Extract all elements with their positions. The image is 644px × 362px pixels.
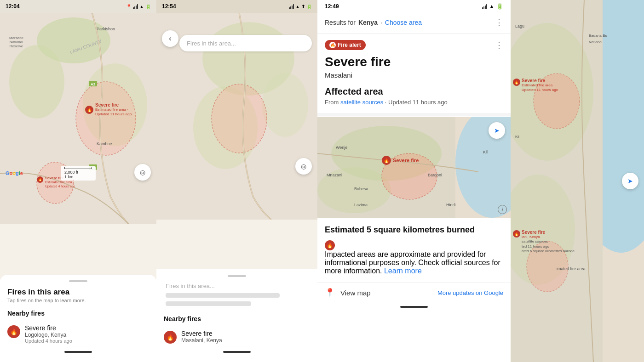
affected-section: Affected area — [325, 86, 503, 97]
back-button-2[interactable]: ‹ — [162, 30, 178, 47]
source-prefix: From — [325, 99, 339, 106]
search-bar-2[interactable]: Fires in this area... — [179, 35, 312, 51]
panel3-map[interactable]: Wenje Mnazani Bubesa Lazima Bargoni Hind… — [317, 117, 511, 218]
badge-text: Fire alert — [338, 42, 361, 48]
nearby-label-1: Nearby fires — [7, 310, 149, 317]
svg-text:Wenje: Wenje — [336, 145, 347, 150]
signal-icon — [133, 4, 138, 9]
panel-3: 12:49 ▲ 🔋 Results for Kenya · Choose are… — [317, 0, 644, 362]
wifi-icon-3: ▲ — [489, 3, 494, 10]
location-icon: 📍 — [126, 4, 132, 9]
estimated-area-label: imated fire area — [557, 266, 586, 271]
skeleton-1 — [166, 293, 280, 298]
status-icons-3: ▲ 🔋 — [482, 3, 503, 10]
svg-text:Bubesa: Bubesa — [354, 187, 368, 191]
skeleton-2 — [166, 301, 251, 306]
signal-icon-2 — [289, 4, 294, 9]
search-text-2: Fires in this area... — [187, 40, 236, 47]
status-icons-2: ▲ ⬆ 🔋 — [289, 4, 312, 9]
panel-2: 12:54 ▲ ⬆ 🔋 ‹ Fires in this area... ◎ — [156, 0, 317, 362]
detail-fire-marker[interactable]: 🔥 Severe fire — [382, 156, 419, 165]
svg-point-14 — [212, 84, 267, 153]
map-1[interactable]: A2 A2 MarsabitNationalReserve Parkishon … — [0, 13, 156, 275]
fire-icon-2 — [164, 331, 177, 344]
info-title: Estimated 5 square kilometres burned — [325, 225, 503, 235]
learn-more-link[interactable]: Learn more — [384, 267, 422, 275]
status-bar-3: 12:49 ▲ 🔋 — [317, 0, 511, 13]
info-section: Estimated 5 square kilometres burned 🔥 I… — [317, 218, 511, 283]
fires-in-area-text: Fires in this area... — [166, 283, 308, 289]
fire-details-1: Severe fire Logologo, Kenya Updated 4 ho… — [25, 324, 72, 344]
results-line: Results for Kenya · Choose area ⋮ — [325, 17, 503, 28]
google-logo-1: Google — [6, 170, 23, 176]
time-3: 12:49 — [325, 3, 339, 10]
right-map-fire-1[interactable]: 🔥 Severe fire Estimated fire area ·Updat… — [513, 78, 558, 93]
wifi-icon: ▲ — [139, 4, 144, 9]
svg-point-13 — [262, 73, 308, 137]
view-map-row[interactable]: 📍 View map More updates on Google — [317, 283, 511, 302]
svg-text:A2: A2 — [91, 82, 96, 86]
svg-text:National: National — [589, 40, 603, 44]
location-button-1[interactable]: ◎ — [134, 164, 151, 181]
more-menu-card[interactable]: ⋮ — [495, 40, 503, 50]
svg-text:Kil: Kil — [515, 135, 519, 139]
parkishon-label: Parkishon — [97, 27, 115, 31]
bottom-sheet-2: Fires in this area... Nearby fires Sever… — [156, 269, 317, 362]
status-bar-2: 12:54 ▲ ⬆ 🔋 — [156, 0, 317, 13]
status-bar-1: 12:04 📍 ▲ 🔋 — [0, 0, 156, 13]
more-menu-header[interactable]: ⋮ — [495, 17, 503, 28]
separator: · — [380, 19, 382, 26]
fire-name-1: Severe fire — [25, 324, 72, 332]
location-icon-2: ⬆ — [301, 4, 305, 9]
bottom-sheet-1: Fires in this area Tap fires on the map … — [0, 275, 156, 362]
svg-text:Lazima: Lazima — [354, 203, 368, 207]
fire-updated-1: Updated 4 hours ago — [25, 338, 72, 344]
bottom-indicator-1 — [64, 351, 92, 353]
panel-1: 12:04 📍 ▲ 🔋 — [0, 0, 156, 362]
time-1: 12:04 — [6, 3, 20, 10]
fire-list-item-1[interactable]: Severe fire Logologo, Kenya Updated 4 ho… — [7, 322, 149, 346]
panel3-main: 12:49 ▲ 🔋 Results for Kenya · Choose are… — [317, 0, 511, 362]
bottom-indicator-2 — [223, 351, 251, 353]
alert-title: Severe fire — [325, 55, 503, 69]
choose-area-link[interactable]: Choose area — [385, 19, 422, 26]
info-icon-map[interactable]: i — [498, 205, 507, 214]
location-button-3[interactable]: ➤ — [489, 122, 505, 139]
svg-point-2 — [9, 45, 64, 119]
alert-card: 🔥 Fire alert ⋮ Severe fire Masalani Affe… — [317, 34, 511, 116]
kamboe-label: Kamboe — [97, 141, 112, 146]
fire-list-item-2[interactable]: Severe fire Masalani, Kenya — [164, 327, 310, 346]
results-keyword: Kenya — [358, 19, 378, 26]
battery-icon: 🔋 — [145, 4, 151, 9]
fire-details-2: Severe fire Masalani, Kenya — [181, 330, 222, 344]
svg-text:Badana-Bu: Badana-Bu — [589, 34, 607, 38]
svg-text:Kil: Kil — [483, 150, 488, 154]
fire-alert-icon: 🔥 — [329, 42, 336, 48]
fire-name-2: Severe fire — [181, 330, 222, 337]
results-prefix: Results for — [325, 19, 356, 26]
detail-fire-text: Severe fire — [393, 158, 419, 163]
svg-text:Bargoni: Bargoni — [428, 173, 442, 177]
fire-icon-1 — [7, 325, 20, 338]
signal-icon-3 — [482, 4, 487, 9]
battery-icon-3: 🔋 — [496, 3, 503, 10]
map-2[interactable]: ‹ Fires in this area... ◎ — [156, 13, 317, 269]
location-button-right[interactable]: ➤ — [622, 173, 638, 189]
svg-text:Lagu: Lagu — [515, 24, 524, 28]
panel3-content[interactable]: 🔥 Fire alert ⋮ Severe fire Masalani Affe… — [317, 34, 511, 362]
updated-text: · Updated 11 hours ago — [385, 99, 448, 106]
more-on-google-link[interactable]: More updates on Google — [437, 289, 503, 296]
fires-title-1: Fires in this area — [7, 288, 149, 297]
fires-subtitle-1: Tap fires on the map to learn more. — [7, 298, 149, 303]
location-button-2[interactable]: ◎ — [295, 158, 312, 175]
nearby-label-2: Nearby fires — [164, 315, 310, 322]
svg-text:Hindi: Hindi — [446, 203, 456, 207]
time-2: 12:54 — [162, 3, 176, 10]
fire-marker-1[interactable]: 🔥 Severe fire Estimated fire area ·Updat… — [85, 102, 132, 117]
battery-icon-2: 🔋 — [306, 4, 312, 9]
fire-location-1: Logologo, Kenya — [25, 332, 72, 338]
satellite-sources-link[interactable]: satellite sources — [340, 99, 383, 106]
right-map-fire-2[interactable]: 🔥 Severe fire lani, Kenya satellite sour… — [513, 230, 575, 254]
fire-alert-badge: 🔥 Fire alert — [325, 40, 366, 50]
panel3-right-map: Lagu Badana-Bu National Kil 🔥 Severe fir… — [511, 0, 644, 362]
